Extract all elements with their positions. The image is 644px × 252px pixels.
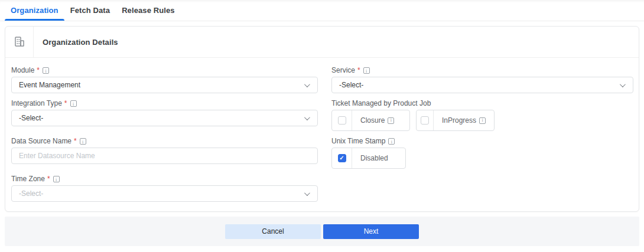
data-source-name-label: Data Source Name* xyxy=(11,137,318,145)
footer-action-bar: Cancel Next xyxy=(5,217,639,246)
unix-time-stamp-label: Unix Time Stamp xyxy=(331,137,633,145)
tab-bar: Organization Fetch Data Release Rules xyxy=(0,0,644,21)
page-title: Organization Details xyxy=(34,27,118,57)
data-source-name-input[interactable] xyxy=(11,148,318,164)
disabled-checkbox[interactable] xyxy=(338,154,346,162)
info-icon[interactable] xyxy=(479,117,486,124)
inprogress-option-box: InProgress xyxy=(416,110,495,131)
tab-release-rules[interactable]: Release Rules xyxy=(116,0,180,21)
ticket-managed-options: Closure InProgress xyxy=(331,110,633,131)
next-button[interactable]: Next xyxy=(323,224,419,239)
tab-organization[interactable]: Organization xyxy=(5,0,64,21)
organization-form: Module* Event Management Service* -Selec… xyxy=(5,58,639,211)
info-icon[interactable] xyxy=(43,67,49,74)
chevron-down-icon xyxy=(620,81,626,87)
empty-cell xyxy=(331,175,633,202)
required-asterisk: * xyxy=(64,99,67,107)
required-asterisk: * xyxy=(47,175,50,183)
inprogress-check-cell xyxy=(417,110,434,130)
field-unix-time-stamp: Unix Time Stamp Disabled xyxy=(331,137,633,169)
icon-cell xyxy=(5,27,34,57)
integration-type-select[interactable]: -Select- xyxy=(11,110,318,126)
field-module: Module* Event Management xyxy=(11,66,318,93)
ticket-managed-label: Ticket Managed by Product Job xyxy=(331,99,633,107)
required-asterisk: * xyxy=(74,137,77,145)
field-integration-type: Integration Type* -Select- xyxy=(11,99,318,131)
service-select[interactable]: -Select- xyxy=(331,77,633,93)
info-icon[interactable] xyxy=(80,138,86,145)
disabled-option-box: Disabled xyxy=(331,148,406,169)
field-data-source-name: Data Source Name* xyxy=(11,137,318,169)
tab-organization-label: Organization xyxy=(11,6,58,15)
organization-building-icon xyxy=(13,35,26,48)
integration-type-label: Integration Type* xyxy=(11,99,318,107)
closure-option-box: Closure xyxy=(331,110,410,131)
chevron-down-icon xyxy=(304,190,310,196)
chevron-down-icon xyxy=(304,81,310,87)
module-label: Module* xyxy=(11,66,318,74)
cancel-button[interactable]: Cancel xyxy=(225,224,321,239)
field-time-zone: Time Zone* -Select- xyxy=(11,175,318,202)
module-select[interactable]: Event Management xyxy=(11,77,318,93)
info-icon[interactable] xyxy=(70,100,77,107)
card-header: Organization Details xyxy=(5,27,639,58)
organization-details-card: Organization Details Module* Event Manag… xyxy=(5,26,639,212)
closure-checkbox[interactable] xyxy=(338,116,346,125)
chevron-down-icon xyxy=(304,114,310,120)
info-icon[interactable] xyxy=(388,117,394,124)
info-icon[interactable] xyxy=(363,67,370,74)
time-zone-select-value: -Select- xyxy=(19,189,304,198)
field-service: Service* -Select- xyxy=(331,66,633,93)
service-select-value: -Select- xyxy=(339,81,620,89)
time-zone-label: Time Zone* xyxy=(11,175,318,183)
info-icon[interactable] xyxy=(53,176,60,182)
closure-label: Closure xyxy=(352,110,402,130)
tab-fetch-data[interactable]: Fetch Data xyxy=(64,0,116,21)
service-label: Service* xyxy=(331,66,633,74)
field-ticket-managed-by-product-job: Ticket Managed by Product Job Closure xyxy=(331,99,633,131)
tab-release-rules-label: Release Rules xyxy=(122,6,174,15)
inprogress-checkbox[interactable] xyxy=(421,116,429,125)
integration-type-select-value: -Select- xyxy=(19,114,304,122)
closure-check-cell xyxy=(332,110,352,130)
time-zone-select[interactable]: -Select- xyxy=(11,185,318,202)
tab-fetch-data-label: Fetch Data xyxy=(70,6,110,15)
inprogress-label: InProgress xyxy=(434,110,494,130)
disabled-check-cell xyxy=(332,148,352,168)
disabled-label: Disabled xyxy=(352,148,396,168)
module-select-value: Event Management xyxy=(19,81,304,89)
required-asterisk: * xyxy=(37,66,40,74)
required-asterisk: * xyxy=(357,66,360,74)
info-icon[interactable] xyxy=(388,138,395,145)
unix-time-stamp-options: Disabled xyxy=(331,148,633,169)
